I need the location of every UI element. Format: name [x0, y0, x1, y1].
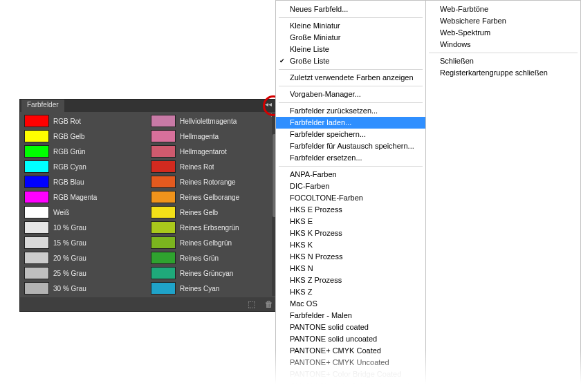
- swatch-row[interactable]: Reines Cyan: [151, 281, 270, 296]
- menu-item[interactable]: Kleine Miniatur: [276, 20, 425, 32]
- swatch-chip[interactable]: [151, 206, 176, 218]
- swatch-chip[interactable]: [151, 115, 176, 127]
- menu-item[interactable]: DIC-Farben: [276, 180, 425, 192]
- swatch-row[interactable]: Weiß: [24, 205, 144, 220]
- swatch-row[interactable]: Reines Rotorange: [151, 174, 270, 189]
- swatch-row[interactable]: Reines Erbsengrün: [151, 220, 270, 235]
- swatch-chip[interactable]: [24, 221, 49, 234]
- menu-item[interactable]: Große Liste: [276, 55, 425, 67]
- swatches-list: RGB RotRGB GelbRGB GrünRGB CyanRGB BlauR…: [24, 113, 270, 296]
- swatch-chip[interactable]: [24, 176, 49, 188]
- swatch-row[interactable]: Reines Gelbgrün: [151, 235, 270, 250]
- swatch-chip[interactable]: [24, 160, 49, 173]
- swatch-row[interactable]: RGB Gelb: [24, 129, 144, 144]
- menu-item[interactable]: HKS Z Prozess: [276, 274, 425, 286]
- menu-item[interactable]: HKS N Prozess: [276, 251, 425, 263]
- swatch-row[interactable]: Reines Gelb: [151, 205, 270, 220]
- swatch-chip[interactable]: [24, 191, 49, 203]
- swatch-chip[interactable]: [151, 252, 176, 264]
- swatch-row[interactable]: 20 % Grau: [24, 250, 144, 265]
- swatch-row[interactable]: 15 % Grau: [24, 235, 144, 250]
- swatch-row[interactable]: 25 % Grau: [24, 265, 144, 281]
- swatch-row[interactable]: Hellmagenta: [151, 129, 270, 144]
- swatch-row[interactable]: Reines Rot: [151, 159, 270, 174]
- swatch-row[interactable]: Reines Gelborange: [151, 189, 270, 205]
- menu-item[interactable]: Farbfelder ersetzen...: [276, 152, 425, 164]
- menu-separator: [279, 17, 423, 18]
- swatch-chip[interactable]: [151, 145, 176, 158]
- menu-item[interactable]: Mac OS: [276, 298, 425, 310]
- menu-separator: [279, 102, 423, 103]
- swatch-label: 10 % Grau: [53, 224, 86, 232]
- menu-item[interactable]: PANTONE+ Color Bridge Coated: [276, 368, 425, 380]
- swatch-row[interactable]: RGB Grün: [24, 144, 144, 159]
- swatch-row[interactable]: 30 % Grau: [24, 281, 144, 296]
- swatch-label: Reines Gelbgrün: [180, 239, 232, 247]
- swatch-chip[interactable]: [24, 115, 49, 127]
- menu-item[interactable]: Web-Spektrum: [426, 27, 580, 39]
- menu-column-2: Web-FarbtöneWebsichere FarbenWeb-Spektru…: [426, 1, 580, 392]
- menu-item[interactable]: HKS Z: [276, 286, 425, 298]
- menu-item[interactable]: PANTONE+ Color Bridge Uncoated: [276, 380, 425, 392]
- swatch-chip[interactable]: [24, 252, 49, 264]
- delete-swatch-icon[interactable]: 🗑: [265, 299, 273, 309]
- swatch-chip[interactable]: [24, 130, 49, 142]
- swatches-panel: Farbfelder ◂◂ × ≡ RGB RotRGB GelbRGB Grü…: [19, 99, 281, 312]
- swatch-chip[interactable]: [151, 160, 176, 173]
- menu-item[interactable]: Farbfelder zurücksetzen...: [276, 105, 425, 117]
- swatch-row[interactable]: 10 % Grau: [24, 220, 144, 235]
- menu-item[interactable]: PANTONE+ CMYK Coated: [276, 345, 425, 357]
- menu-item[interactable]: PANTONE solid uncoated: [276, 333, 425, 345]
- swatch-chip[interactable]: [151, 130, 176, 142]
- menu-item[interactable]: Schließen: [426, 55, 580, 67]
- swatch-label: Hellmagenta: [180, 133, 219, 140]
- menu-item[interactable]: Zuletzt verwendete Farben anzeigen: [276, 72, 425, 84]
- swatch-chip[interactable]: [151, 221, 176, 234]
- swatch-row[interactable]: RGB Rot: [24, 113, 144, 129]
- menu-item[interactable]: FOCOLTONE-Farben: [276, 192, 425, 204]
- swatch-row[interactable]: Hellviolettmagenta: [151, 113, 270, 129]
- swatch-row[interactable]: RGB Magenta: [24, 189, 144, 205]
- menu-item[interactable]: Kleine Liste: [276, 44, 425, 55]
- menu-item[interactable]: Neues Farbfeld...: [276, 3, 425, 15]
- swatch-row[interactable]: Reines Grün: [151, 250, 270, 265]
- swatch-chip[interactable]: [151, 236, 176, 249]
- menu-item[interactable]: HKS E Prozess: [276, 204, 425, 216]
- menu-item[interactable]: HKS N: [276, 263, 425, 274]
- swatch-row[interactable]: RGB Cyan: [24, 159, 144, 174]
- swatch-chip[interactable]: [151, 176, 176, 188]
- collapse-icon[interactable]: ◂◂: [265, 100, 272, 108]
- new-swatch-icon[interactable]: ⬚: [248, 299, 255, 309]
- panel-title[interactable]: Farbfelder: [21, 100, 64, 112]
- menu-item[interactable]: ANPA-Farben: [276, 169, 425, 180]
- menu-item[interactable]: Vorgaben-Manager...: [276, 88, 425, 100]
- menu-item[interactable]: Farbfelder - Malen: [276, 310, 425, 321]
- swatch-row[interactable]: Hellmagentarot: [151, 144, 270, 159]
- menu-item[interactable]: Farbfelder für Austausch speichern...: [276, 140, 425, 152]
- swatch-chip[interactable]: [24, 236, 49, 249]
- swatch-chip[interactable]: [151, 267, 176, 279]
- menu-item[interactable]: Web-Farbtöne: [426, 3, 580, 15]
- menu-item[interactable]: Farbfelder speichern...: [276, 129, 425, 140]
- swatch-label: 25 % Grau: [53, 270, 86, 277]
- swatch-label: RGB Grün: [53, 148, 86, 156]
- menu-item[interactable]: Websichere Farben: [426, 15, 580, 27]
- swatch-row[interactable]: RGB Blau: [24, 174, 144, 189]
- menu-item[interactable]: Registerkartengruppe schließen: [426, 67, 580, 79]
- swatch-row[interactable]: Reines Grüncyan: [151, 265, 270, 281]
- swatch-chip[interactable]: [151, 282, 176, 295]
- swatch-label: Reines Cyan: [180, 285, 219, 292]
- menu-item[interactable]: HKS K: [276, 239, 425, 251]
- menu-item[interactable]: Große Miniatur: [276, 32, 425, 44]
- menu-item[interactable]: PANTONE+ CMYK Uncoated: [276, 357, 425, 368]
- menu-item[interactable]: PANTONE solid coated: [276, 321, 425, 333]
- swatch-chip[interactable]: [24, 267, 49, 279]
- menu-item[interactable]: HKS K Prozess: [276, 227, 425, 239]
- menu-item[interactable]: Windows: [426, 39, 580, 50]
- swatch-chip[interactable]: [24, 206, 49, 218]
- menu-item[interactable]: HKS E: [276, 216, 425, 227]
- menu-item[interactable]: Farbfelder laden...: [276, 117, 425, 129]
- swatch-chip[interactable]: [151, 191, 176, 203]
- swatch-chip[interactable]: [24, 145, 49, 158]
- swatch-chip[interactable]: [24, 282, 49, 295]
